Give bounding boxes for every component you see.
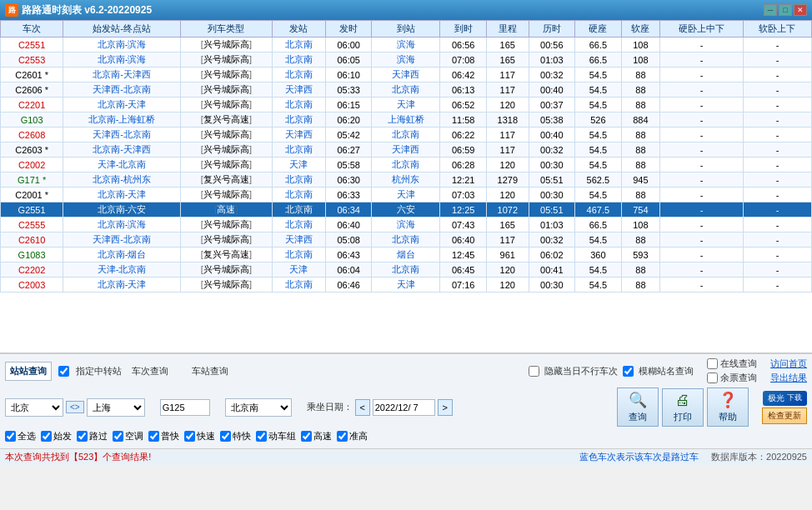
table-row[interactable]: G171 *北京南-杭州东[复兴号高速]北京南06:30杭州东12:211279… [1,172,812,188]
title-bar-left: 路 路路通时刻表 v6.2-20220925 [5,3,152,18]
col-soft-seat: 软座 [621,21,660,38]
hide-no-run-cb[interactable] [529,366,539,377]
close-button[interactable]: ✕ [794,4,807,16]
from-station-select[interactable]: 北京 [5,398,63,417]
col-from: 发站 [272,21,325,38]
to-station-select[interactable]: 上海 [87,398,145,417]
online-query-row: 在线查询 [707,358,757,370]
table-row[interactable]: C2202天津-北京南[兴号城际高]天津06:04北京南06:4512000:4… [1,262,812,278]
table-row[interactable]: C2201北京南-天津[兴号城际高]北京南06:15天津06:5212000:3… [1,98,812,112]
status-bar: 本次查询共找到【523】个查询结果! 蓝色车次表示该车次是路过车 数据库版本：2… [0,448,812,465]
remain-query-cb[interactable] [707,372,718,383]
cb-pass-input[interactable] [77,431,88,442]
train-query-section: 车次查询 [132,365,168,378]
help-button[interactable]: ❓ 帮助 [707,388,749,427]
export-result-btn[interactable]: 导出结果 [770,372,807,384]
bottom-panel: 站站查询 指定中转站 车次查询 车站查询 隐藏当日不行车次 模糊站名查询 在线查… [0,353,812,448]
train-no-input[interactable] [160,399,210,416]
cb-start-label: 始发 [53,430,72,442]
station-board-section: 车站查询 [192,365,228,378]
cb-aircon: 空调 [113,430,143,442]
table-row[interactable]: C2555北京南-滨海[兴号城际高]北京南06:40滨海07:4316501:0… [1,218,812,232]
fuzzy-search-cb[interactable] [623,366,634,377]
query-row-2: 北京 <> 上海 北京南 乘坐日期： < > 🔍 [5,388,807,427]
cb-quasi-label: 准高 [349,430,368,442]
status-blue-text: 蓝色车次表示该车次是路过车 [579,452,699,462]
from-to-section: 北京 <> 上海 [5,398,145,417]
print-button[interactable]: 🖨 打印 [662,388,704,427]
cb-high-label: 高速 [313,430,332,442]
table-row[interactable]: C2553北京南-滨海[兴号城际高]北京南06:05滨海07:0816501:0… [1,52,812,68]
col-dist: 里程 [486,21,529,38]
cb-special-label: 特快 [233,430,251,442]
date-prev-btn[interactable]: < [355,399,370,416]
online-query-cb[interactable] [707,358,718,369]
cb-all: 全选 [5,430,36,442]
table-row[interactable]: C2603 *北京南-天津西[兴号城际高]北京南06:27天津西06:59117… [1,142,812,158]
station-query-label: 站站查询 [10,365,47,378]
cb-fast-input[interactable] [184,431,195,442]
cb-high-input[interactable] [301,431,312,442]
cb-fast: 快速 [184,430,215,442]
col-hard-seat: 硬座 [575,21,622,38]
cb-start-input[interactable] [41,431,52,442]
minimize-button[interactable]: ─ [764,4,777,16]
remain-query-label: 余票查询 [720,372,757,384]
visit-home-btn[interactable]: 访问首页 [770,358,807,370]
table-row[interactable]: C2551北京南-滨海[兴号城际高]北京南06:00滨海06:5616500:5… [1,38,812,52]
date-input[interactable] [373,399,435,416]
col-arr-time: 到时 [440,21,487,38]
table-header-row: 车次 始发站-终点站 列车类型 发站 发时 到站 到时 里程 历时 硬座 软座 … [1,21,812,38]
cb-pass-label: 路过 [89,430,108,442]
ride-date-label: 乘坐日期： [307,401,353,413]
right-options: 在线查询 余票查询 [707,358,757,384]
jiguang-section: 极光 下载 检查更新 [762,391,807,424]
cb-emu-input[interactable] [256,431,267,442]
date-next-btn[interactable]: > [438,399,453,416]
train-table: 车次 始发站-终点站 列车类型 发站 发时 到站 到时 里程 历时 硬座 软座 … [0,20,812,292]
board-station-section: 北京南 [225,398,292,417]
table-row[interactable]: C2003北京南-天津[兴号城际高]北京南06:46天津07:1612000:3… [1,278,812,292]
window-controls: ─ □ ✕ [764,4,807,16]
cb-all-label: 全选 [18,430,36,442]
table-row[interactable]: G103北京南-上海虹桥[复兴号高速]北京南06:20上海虹桥11:581318… [1,112,812,128]
col-to: 到站 [372,21,440,38]
status-result-text: 本次查询共找到【523】个查询结果! [5,451,151,463]
cb-high: 高速 [301,430,332,442]
col-route: 始发站-终点站 [63,21,181,38]
station-query-section: 站站查询 [5,362,52,381]
cb-special: 特快 [220,430,251,442]
table-row[interactable]: C2606 *天津西-北京南[兴号城际高]天津西05:33北京南06:13117… [1,82,812,98]
station-board-label: 车站查询 [192,365,228,378]
train-query-label: 车次查询 [132,365,168,378]
table-row[interactable]: G1083北京南-烟台[复兴号高速]北京南06:43烟台12:4596106:0… [1,248,812,262]
date-section: 乘坐日期： < > [307,399,453,416]
cb-all-input[interactable] [5,431,16,442]
cb-express-input[interactable] [148,431,159,442]
table-row[interactable]: G2551北京南-六安[高速]北京南06:34六安12:25107205:514… [1,202,812,218]
cb-quasi-input[interactable] [337,431,348,442]
table-row[interactable]: C2610天津西-北京南[兴号城际高]天津西05:08北京南06:4011700… [1,232,812,248]
board-station-select[interactable]: 北京南 [225,398,292,417]
check-update-btn[interactable]: 检查更新 [762,408,807,424]
query-button[interactable]: 🔍 查询 [617,388,659,427]
table-row[interactable]: C2601 *北京南-天津西[兴号城际高]北京南06:10天津西06:42117… [1,68,812,82]
table-row[interactable]: C2002天津-北京南[兴号城际高]天津05:58北京南06:2812000:3… [1,158,812,172]
table-row[interactable]: C2001 *北京南-天津[兴号城际高]北京南06:33天津07:0312000… [1,188,812,202]
train-no-section [160,399,210,416]
cb-express: 普快 [148,430,179,442]
cb-emu-label: 动车组 [268,430,296,442]
cb-emu: 动车组 [256,430,296,442]
cb-special-input[interactable] [220,431,231,442]
cb-aircon-input[interactable] [113,431,123,442]
train-table-container: 车次 始发站-终点站 列车类型 发站 发时 到站 到时 里程 历时 硬座 软座 … [0,20,812,353]
table-row[interactable]: C2608天津西-北京南[兴号城际高]天津西05:42北京南06:2211700… [1,128,812,142]
col-type: 列车类型 [181,21,273,38]
cb-quasi: 准高 [337,430,368,442]
jiguang-logo-sub: 下载 [787,392,802,403]
maximize-button[interactable]: □ [779,4,792,16]
col-dep-time: 发时 [325,21,372,38]
specified-transfer-cb[interactable] [58,366,69,377]
link-section: 访问首页 导出结果 [770,358,807,384]
swap-stations-btn[interactable]: <> [66,401,84,413]
